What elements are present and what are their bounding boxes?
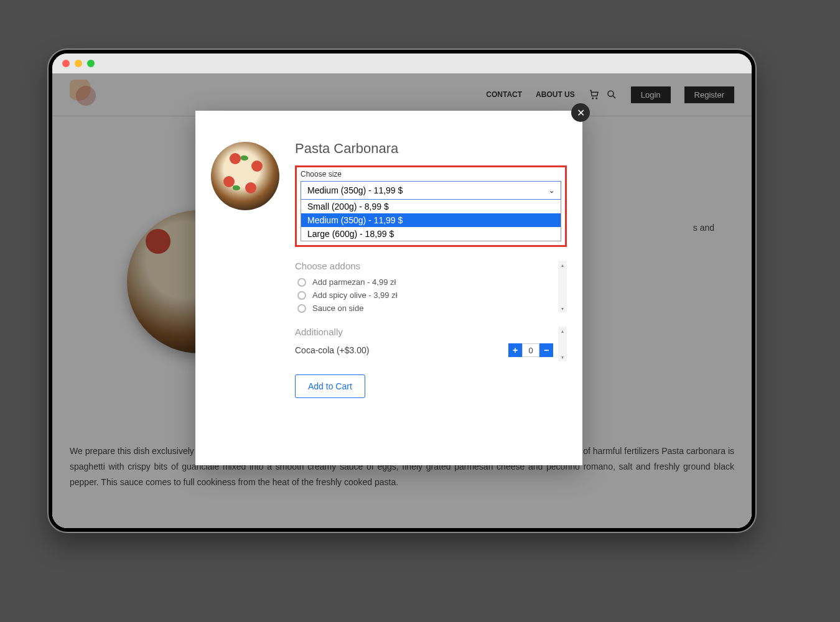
additionally-scrollbar[interactable]: ▴ ▾ bbox=[558, 327, 567, 361]
qty-plus-button[interactable]: + bbox=[508, 343, 522, 357]
radio-icon bbox=[297, 304, 306, 313]
size-option-large[interactable]: Large (600g) - 18,99 $ bbox=[301, 227, 561, 241]
page: CONTACT ABOUT US Login Register s and We… bbox=[52, 73, 752, 528]
scroll-down-icon: ▾ bbox=[558, 353, 567, 361]
addon-label: Sauce on side bbox=[312, 304, 363, 313]
addons-section: Choose addons Add parmezan - 4,99 zł Add… bbox=[295, 261, 567, 313]
size-option-small[interactable]: Small (200g) - 8,99 $ bbox=[301, 200, 561, 213]
size-label: Choose size bbox=[301, 170, 561, 179]
product-image bbox=[211, 142, 279, 210]
addon-parmezan[interactable]: Add parmezan - 4,99 zł bbox=[295, 277, 567, 287]
size-option-medium[interactable]: Medium (350g) - 11,99 $ bbox=[301, 213, 561, 227]
addon-spicy-olive[interactable]: Add spicy olive - 3,99 zł bbox=[295, 290, 567, 300]
product-modal: ✕ Pasta Carbonara Choose size Medium (35… bbox=[195, 111, 582, 465]
tablet-frame: CONTACT ABOUT US Login Register s and We… bbox=[49, 50, 755, 532]
additionally-section: Additionally Coca-cola (+$3.00) + 0 − ▴ … bbox=[295, 327, 567, 357]
quantity-stepper: + 0 − bbox=[508, 343, 553, 357]
addon-label: Add parmezan - 4,99 zł bbox=[312, 277, 396, 287]
size-select[interactable]: Medium (350g) - 11,99 $ ⌄ bbox=[301, 181, 561, 200]
product-title: Pasta Carbonara bbox=[295, 141, 567, 157]
scroll-up-icon: ▴ bbox=[558, 261, 567, 269]
chevron-down-icon: ⌄ bbox=[549, 187, 554, 195]
qty-value: 0 bbox=[522, 343, 539, 357]
window-titlebar bbox=[52, 53, 752, 73]
addons-label: Choose addons bbox=[295, 261, 567, 271]
size-selected-value: Medium (350g) - 11,99 $ bbox=[307, 185, 403, 195]
close-icon: ✕ bbox=[577, 107, 585, 119]
addon-sauce-on-side[interactable]: Sauce on side bbox=[295, 304, 567, 313]
close-dot[interactable] bbox=[62, 60, 70, 67]
qty-minus-button[interactable]: − bbox=[539, 343, 553, 357]
addon-label: Add spicy olive - 3,99 zł bbox=[312, 290, 398, 300]
scroll-up-icon: ▴ bbox=[558, 327, 567, 335]
size-dropdown: Small (200g) - 8,99 $ Medium (350g) - 11… bbox=[301, 200, 561, 241]
size-section: Choose size Medium (350g) - 11,99 $ ⌄ Sm… bbox=[295, 165, 567, 247]
scroll-down-icon: ▾ bbox=[558, 304, 567, 313]
radio-icon bbox=[297, 291, 306, 300]
addons-scrollbar[interactable]: ▴ ▾ bbox=[558, 261, 567, 313]
extra-item-label: Coca-cola (+$3.00) bbox=[295, 345, 369, 355]
maximize-dot[interactable] bbox=[87, 60, 95, 67]
minimize-dot[interactable] bbox=[75, 60, 82, 67]
radio-icon bbox=[297, 278, 306, 287]
additionally-label: Additionally bbox=[295, 327, 567, 337]
add-to-cart-button[interactable]: Add to Cart bbox=[295, 374, 365, 398]
close-button[interactable]: ✕ bbox=[571, 103, 590, 122]
